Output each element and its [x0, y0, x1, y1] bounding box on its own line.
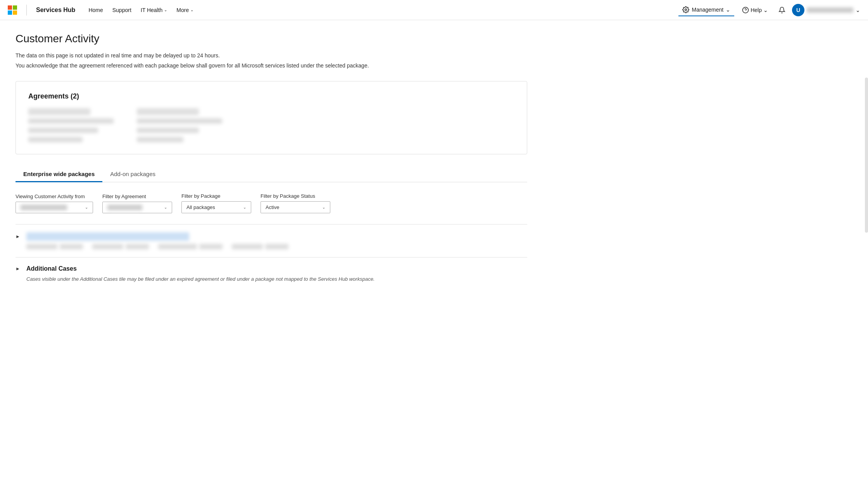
agreement-detail-1a — [28, 118, 114, 124]
viewing-chevron: ⌄ — [85, 205, 88, 209]
package-meta — [26, 244, 527, 249]
package-status-value: Active — [266, 204, 279, 210]
it-health-chevron: ⌄ — [164, 8, 167, 12]
page-description-2: You acknowledge that the agreement refer… — [16, 61, 527, 70]
meta-item-2 — [92, 244, 149, 249]
nav-right: Management ⌄ Help ⌄ U ⌄ — [678, 4, 860, 16]
meta-item-1 — [26, 244, 83, 249]
svg-point-4 — [685, 9, 687, 10]
meta-label-4 — [232, 244, 263, 249]
meta-value-4 — [265, 244, 288, 249]
svg-rect-3 — [13, 10, 17, 15]
svg-rect-2 — [8, 10, 12, 15]
scrollbar[interactable] — [865, 78, 868, 233]
logo-area — [8, 5, 17, 15]
additional-cases: ► Additional Cases Cases visible under t… — [16, 257, 527, 290]
filter-agreement: Filter by Agreement ⌄ — [102, 194, 172, 213]
package-status-label: Filter by Package Status — [261, 193, 330, 199]
management-label: Management — [692, 7, 723, 13]
agreement-item-2 — [137, 108, 222, 143]
agreements-grid — [28, 108, 514, 143]
meta-value-3 — [199, 244, 223, 249]
meta-item-4 — [232, 244, 288, 249]
additional-cases-title: Additional Cases — [26, 265, 77, 272]
page-description-1: The data on this page is not updated in … — [16, 51, 527, 60]
meta-item-3 — [158, 244, 223, 249]
agreement-detail-2a — [137, 118, 222, 124]
avatar: U — [792, 4, 804, 16]
agreement-name-1 — [28, 108, 90, 115]
agreements-card: Agreements (2) — [16, 81, 527, 154]
package-expand-chevron[interactable]: ► — [16, 234, 22, 239]
nav-it-health[interactable]: IT Health ⌄ — [137, 5, 171, 16]
meta-label-3 — [158, 244, 197, 249]
agreement-detail-1b — [28, 128, 98, 133]
management-chevron: ⌄ — [726, 7, 730, 13]
help-label: Help — [751, 7, 762, 13]
nav-management[interactable]: Management ⌄ — [678, 4, 734, 16]
package-chevron: ⌄ — [243, 205, 246, 209]
tab-enterprise[interactable]: Enterprise wide packages — [16, 167, 102, 182]
meta-label-1 — [26, 244, 57, 249]
more-chevron: ⌄ — [190, 8, 193, 12]
main-content: Customer Activity The data on this page … — [0, 20, 543, 302]
agreement-value — [107, 205, 142, 210]
package-name — [26, 232, 189, 241]
svg-rect-0 — [8, 5, 12, 10]
navbar: Services Hub Home Support IT Health ⌄ Mo… — [0, 0, 868, 20]
package-section: ► — [16, 224, 527, 257]
viewing-label: Viewing Customer Activity from — [16, 194, 93, 199]
agreement-filter-label: Filter by Agreement — [102, 194, 172, 199]
filters-row: Viewing Customer Activity from ⌄ Filter … — [16, 193, 527, 213]
tab-addon[interactable]: Add-on packages — [102, 167, 163, 182]
meta-label-2 — [92, 244, 123, 249]
agreement-name-2 — [137, 108, 199, 115]
nav-support[interactable]: Support — [109, 5, 135, 16]
user-chevron: ⌄ — [856, 7, 860, 13]
nav-brand: Services Hub — [36, 7, 75, 14]
notifications-button[interactable] — [776, 4, 788, 16]
agreement-item-1 — [28, 108, 114, 143]
filter-package: Filter by Package All packages ⌄ — [181, 193, 251, 213]
meta-value-2 — [126, 244, 149, 249]
agreement-detail-1c — [28, 137, 83, 142]
tabs-container: Enterprise wide packages Add-on packages — [16, 167, 527, 182]
gear-icon — [682, 6, 689, 13]
nav-divider — [26, 5, 27, 16]
viewing-select[interactable]: ⌄ — [16, 202, 93, 213]
package-value: All packages — [186, 204, 215, 210]
additional-cases-description: Cases visible under the Additional Cases… — [26, 276, 527, 282]
help-chevron: ⌄ — [763, 7, 768, 13]
agreements-title: Agreements (2) — [28, 92, 514, 100]
package-row: ► — [16, 232, 527, 241]
agreement-detail-2b — [137, 128, 199, 133]
nav-more[interactable]: More ⌄ — [173, 5, 197, 16]
additional-cases-header: ► Additional Cases — [16, 265, 527, 272]
user-profile[interactable]: U ⌄ — [792, 4, 860, 16]
nav-help[interactable]: Help ⌄ — [738, 4, 772, 16]
page-title: Customer Activity — [16, 33, 527, 45]
svg-rect-1 — [13, 5, 17, 10]
filter-viewing: Viewing Customer Activity from ⌄ — [16, 194, 93, 213]
help-icon — [742, 7, 749, 14]
package-filter-label: Filter by Package — [181, 193, 251, 199]
user-name — [807, 7, 853, 13]
package-select[interactable]: All packages ⌄ — [181, 201, 251, 213]
microsoft-logo — [8, 5, 17, 15]
meta-value-1 — [60, 244, 83, 249]
package-status-select[interactable]: Active ⌄ — [261, 201, 330, 213]
nav-home[interactable]: Home — [85, 5, 107, 16]
agreement-chevron: ⌄ — [164, 205, 167, 209]
nav-links: Home Support IT Health ⌄ More ⌄ — [85, 5, 197, 16]
agreement-detail-2c — [137, 137, 183, 142]
viewing-value — [21, 205, 67, 210]
agreement-select[interactable]: ⌄ — [102, 202, 172, 213]
filter-package-status: Filter by Package Status Active ⌄ — [261, 193, 330, 213]
package-status-chevron: ⌄ — [322, 205, 325, 209]
bell-icon — [778, 7, 785, 14]
additional-cases-chevron[interactable]: ► — [16, 266, 22, 271]
